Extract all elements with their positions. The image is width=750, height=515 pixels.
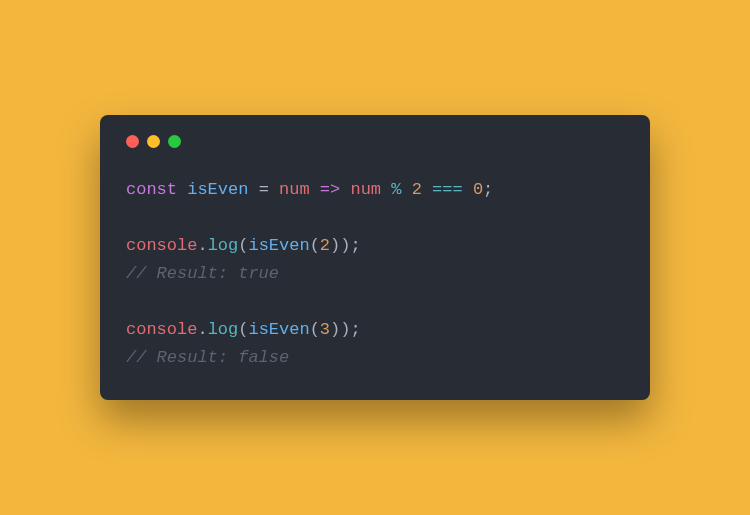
- comment-result-true: // Result: true: [126, 264, 279, 283]
- param-num: num: [350, 180, 381, 199]
- paren-close: ): [340, 236, 350, 255]
- obj-console: console: [126, 320, 197, 339]
- code-window: const isEven = num => num % 2 === 0; con…: [100, 115, 650, 400]
- code-block: const isEven = num => num % 2 === 0; con…: [126, 176, 624, 372]
- op-mod: %: [381, 180, 412, 199]
- op-strict-eq: ===: [422, 180, 473, 199]
- param-num: num: [279, 180, 310, 199]
- dot: .: [197, 236, 207, 255]
- code-line: // Result: false: [126, 348, 289, 367]
- paren-open: (: [310, 236, 320, 255]
- arg-2: 2: [320, 236, 330, 255]
- number-2: 2: [412, 180, 422, 199]
- code-line: console.log(isEven(2));: [126, 236, 361, 255]
- method-log: log: [208, 320, 239, 339]
- paren-open: (: [238, 320, 248, 339]
- maximize-icon[interactable]: [168, 135, 181, 148]
- paren-close: ): [330, 236, 340, 255]
- paren-open: (: [238, 236, 248, 255]
- obj-console: console: [126, 236, 197, 255]
- op-assign: =: [248, 180, 279, 199]
- arg-3: 3: [320, 320, 330, 339]
- code-line: console.log(isEven(3));: [126, 320, 361, 339]
- code-line: const isEven = num => num % 2 === 0;: [126, 180, 493, 199]
- arrow: =>: [310, 180, 351, 199]
- window-controls: [126, 135, 624, 148]
- paren-open: (: [310, 320, 320, 339]
- paren-close: ): [340, 320, 350, 339]
- semicolon: ;: [350, 236, 360, 255]
- identifier-isEven: isEven: [187, 180, 248, 199]
- semicolon: ;: [483, 180, 493, 199]
- close-icon[interactable]: [126, 135, 139, 148]
- dot: .: [197, 320, 207, 339]
- paren-close: ): [330, 320, 340, 339]
- semicolon: ;: [350, 320, 360, 339]
- call-isEven: isEven: [248, 236, 309, 255]
- comment-result-false: // Result: false: [126, 348, 289, 367]
- method-log: log: [208, 236, 239, 255]
- code-line: // Result: true: [126, 264, 279, 283]
- number-0: 0: [473, 180, 483, 199]
- call-isEven: isEven: [248, 320, 309, 339]
- minimize-icon[interactable]: [147, 135, 160, 148]
- keyword-const: const: [126, 180, 177, 199]
